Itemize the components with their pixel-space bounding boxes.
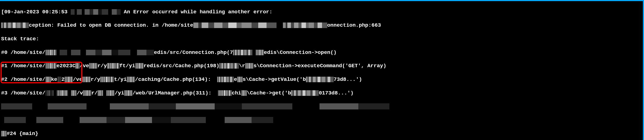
redacted-segment [1, 103, 389, 109]
redacted-segment [106, 90, 115, 96]
stack-frame-2: #2 /home/site/ke2/ver/yt/yi/caching/Cach… [1, 76, 642, 83]
redacted-segment [256, 50, 264, 55]
error-header: An Error occurred while handling another… [124, 9, 272, 15]
log-line-timestamp: [09-Jan-2023 00:25:53 An Error occurred … [1, 9, 642, 15]
redacted-segment [107, 63, 120, 69]
log-line-exception: ception: Failed to open DB connection. i… [1, 22, 642, 29]
stack-trace-header: Stack trace: [1, 36, 642, 42]
redacted-segment [127, 77, 135, 82]
redacted-segment [217, 77, 234, 82]
main-text: #24 {main} [7, 131, 38, 137]
terminal-output: [09-Jan-2023 00:25:53 An Error occurred … [1, 2, 642, 140]
redacted-segment [4, 117, 273, 123]
redacted-segment [100, 77, 114, 82]
stack-trace-label: Stack trace: [1, 36, 39, 42]
redacted-segment [1, 22, 29, 28]
connection-file: onnection.php:663 [327, 22, 381, 28]
redacted-segment [219, 63, 239, 69]
redacted-segment [1, 131, 7, 136]
redacted-segment [283, 22, 327, 28]
redacted-segment [75, 63, 80, 69]
redacted-segment [71, 9, 121, 15]
redacted-line [1, 103, 642, 110]
redacted-segment [233, 50, 252, 55]
redacted-segment [241, 90, 247, 96]
redacted-segment [45, 63, 57, 69]
redacted-segment [71, 90, 77, 96]
redacted-segment [65, 77, 73, 82]
redacted-segment [83, 90, 91, 96]
exception-text: ception: Failed to open DB connection. i… [29, 22, 193, 28]
redacted-segment [57, 90, 68, 96]
redacted-segment [89, 63, 97, 69]
stack-frame-3: #3 /home/site/ /vr/ /yi/web/UrlManager.p… [1, 90, 642, 96]
redacted-segment [82, 77, 91, 82]
redacted-segment [306, 77, 334, 82]
redacted-segment [60, 50, 154, 55]
redacted-segment [193, 22, 277, 28]
redacted-segment [98, 90, 103, 96]
redacted-segment [124, 90, 133, 96]
redacted-segment [291, 90, 319, 96]
redacted-segment [245, 63, 253, 69]
redacted-segment [135, 63, 144, 69]
redacted-segment [218, 90, 232, 96]
redacted-segment [237, 77, 243, 82]
redacted-segment [45, 77, 51, 82]
redacted-segment [45, 90, 54, 96]
redacted-segment [57, 77, 61, 82]
timestamp: [09-Jan-2023 00:25:53 [1, 9, 67, 15]
stack-frame-0: #0 /home/site/ edis/src/Connection.php(7… [1, 49, 642, 56]
main-line: #24 {main} [1, 130, 642, 137]
redacted-segment [45, 50, 57, 55]
stack-frame-1: #1 /home/site/e2023C/ver/yft/yiredis/src… [1, 62, 642, 69]
redacted-line-2 [1, 117, 642, 123]
